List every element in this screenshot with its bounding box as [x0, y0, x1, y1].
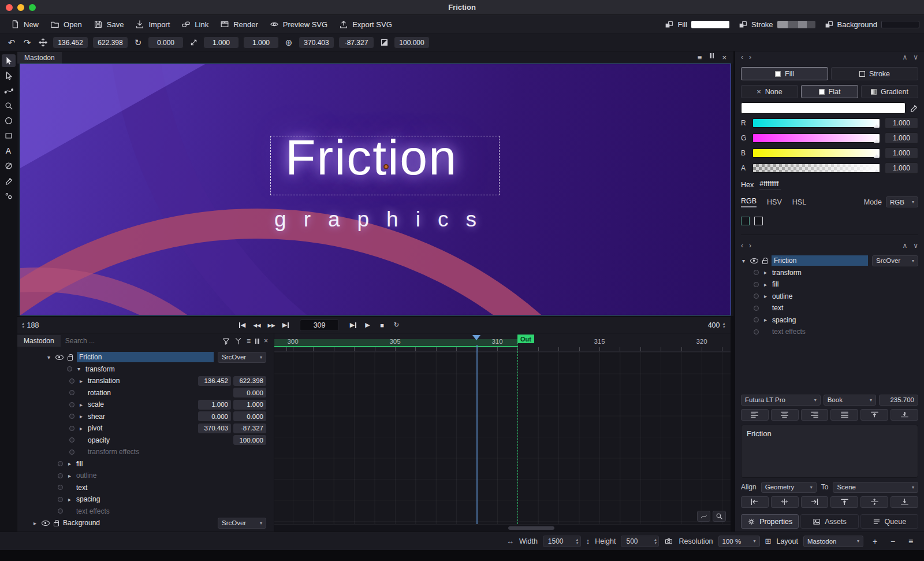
fill-color-swatch[interactable]: [691, 21, 729, 28]
expand-icon[interactable]: ▸: [763, 317, 768, 323]
object-row-text[interactable]: text: [741, 302, 918, 314]
value-field-y[interactable]: 1.000: [233, 400, 266, 410]
translation-x-field[interactable]: 136.452: [53, 36, 88, 49]
align-right-edge-button[interactable]: [801, 496, 829, 508]
keyframe-grid[interactable]: [274, 352, 731, 524]
value-field-x[interactable]: 136.452: [198, 376, 231, 386]
resolution-dropdown[interactable]: 100 %▾: [718, 536, 760, 547]
record-dot[interactable]: [754, 317, 759, 322]
object-row-text-effects[interactable]: text effects: [741, 326, 918, 338]
track-row-scale[interactable]: ▸ scale 1.0001.000: [17, 399, 274, 411]
loop-button[interactable]: ↻: [389, 319, 404, 331]
value-field-y[interactable]: 0.000: [233, 411, 266, 421]
fill-color-control[interactable]: Fill: [665, 20, 729, 29]
mode-tab-hsv[interactable]: HSV: [767, 198, 782, 206]
align-top-edge-button[interactable]: [830, 496, 858, 508]
collapse-icon[interactable]: ▾: [741, 258, 746, 264]
spinner-arrows-icon[interactable]: ▴▾: [722, 322, 725, 329]
blend-mode-dropdown[interactable]: SrcOver▾: [218, 352, 266, 363]
red-channel-value[interactable]: 1.000: [885, 117, 918, 129]
color-bookmark-1[interactable]: [741, 217, 750, 225]
rotation-field[interactable]: 0.000: [148, 36, 184, 49]
tree-forward-icon[interactable]: ›: [749, 242, 751, 250]
record-dot[interactable]: [69, 437, 74, 443]
stroke-color-control[interactable]: Stroke: [739, 20, 815, 29]
text-align-left-button[interactable]: [741, 409, 769, 421]
lock-icon[interactable]: [762, 260, 767, 264]
color-eyedropper-icon[interactable]: [909, 103, 918, 113]
expand-icon[interactable]: ▸: [79, 378, 84, 384]
track-row-transform-effects[interactable]: transform effects: [17, 446, 274, 458]
next-frame-button[interactable]: ▶▶: [264, 319, 278, 331]
object-row-spacing[interactable]: ▸ spacing: [741, 314, 918, 326]
graph-mode-button[interactable]: [697, 511, 710, 522]
track-row-rotation[interactable]: rotation 0.000: [17, 387, 274, 399]
text-valign-top-button[interactable]: [860, 409, 888, 421]
track-row-shear[interactable]: ▸ shear 0.0000.000: [17, 411, 274, 423]
expand-icon[interactable]: ▸: [763, 269, 768, 276]
export-svg-button[interactable]: Export SVG: [333, 17, 398, 32]
record-dot[interactable]: [754, 293, 759, 299]
value-field[interactable]: 0.000: [233, 388, 266, 397]
expand-icon[interactable]: ▸: [79, 413, 84, 419]
save-button[interactable]: Save: [88, 17, 130, 32]
record-dot[interactable]: [69, 414, 74, 419]
layout-menu-button[interactable]: ≡: [904, 536, 917, 547]
record-dot[interactable]: [754, 282, 759, 287]
layout-dropdown[interactable]: Mastodon▾: [803, 536, 863, 547]
track-row-transform[interactable]: ▾ transform: [17, 363, 274, 376]
collapse-icon[interactable]: ▾: [46, 354, 51, 361]
scene-tab-mastodon[interactable]: Mastodon: [17, 52, 62, 64]
font-style-dropdown[interactable]: Book▾: [824, 395, 876, 406]
pick-tool[interactable]: [2, 99, 16, 112]
tree-collapse-down-icon[interactable]: ∨: [913, 242, 918, 250]
green-channel-value[interactable]: 1.000: [885, 132, 918, 144]
stop-button[interactable]: ■: [375, 319, 389, 331]
point-select-tool[interactable]: [2, 69, 16, 82]
skip-to-start-button[interactable]: ◀: [235, 319, 249, 331]
filter-icon[interactable]: [222, 337, 230, 345]
timeline-pause-icon[interactable]: [255, 339, 259, 344]
record-dot[interactable]: [69, 390, 74, 395]
paint-type-gradient-button[interactable]: Gradient: [861, 85, 918, 98]
frame-min-spinner[interactable]: ▴▾ 188: [22, 321, 39, 329]
object-row-transform[interactable]: ▸ transform: [741, 267, 918, 279]
record-dot[interactable]: [58, 473, 63, 478]
expand-icon[interactable]: ▸: [67, 460, 72, 467]
playhead-marker[interactable]: [472, 335, 480, 340]
color-bookmark-2[interactable]: [754, 217, 763, 225]
spinner-arrows-icon[interactable]: ▴▾: [22, 322, 24, 329]
tab-queue[interactable]: Queue: [860, 514, 918, 529]
translation-y-field[interactable]: 622.398: [92, 36, 128, 49]
object-row-friction[interactable]: ▾ Friction SrcOver▾: [741, 255, 918, 267]
track-row-translation[interactable]: ▸ translation 136.452622.398: [17, 375, 274, 387]
expand-icon[interactable]: ▸: [32, 520, 38, 526]
scrollbar-thumb[interactable]: [508, 526, 554, 530]
canvas-close-icon[interactable]: ×: [722, 53, 726, 62]
playhead-line[interactable]: [476, 345, 478, 524]
timeline-menu-icon[interactable]: ≡: [247, 337, 251, 345]
previous-frame-button[interactable]: ◀◀: [249, 319, 264, 331]
rectangle-tool[interactable]: [2, 129, 16, 142]
record-dot[interactable]: [58, 508, 63, 514]
play-button[interactable]: ▶: [360, 319, 375, 331]
align-relative-dropdown[interactable]: Scene▾: [833, 482, 918, 493]
align-pivot-dropdown[interactable]: Geometry▾: [761, 482, 817, 493]
record-dot[interactable]: [58, 497, 63, 502]
circle-tool[interactable]: [2, 114, 16, 127]
value-field-x[interactable]: 1.000: [198, 400, 231, 410]
alpha-channel-slider[interactable]: [752, 164, 880, 173]
timeline-close-icon[interactable]: ×: [264, 337, 268, 345]
current-frame-field[interactable]: 309: [300, 319, 339, 331]
preview-svg-button[interactable]: Preview SVG: [264, 17, 333, 32]
add-layout-button[interactable]: +: [869, 536, 881, 547]
record-dot[interactable]: [754, 306, 759, 311]
new-button[interactable]: New: [5, 17, 44, 32]
merge-icon[interactable]: [234, 337, 242, 345]
record-dot[interactable]: [58, 461, 63, 466]
visibility-eye-icon[interactable]: [42, 521, 50, 526]
expand-icon[interactable]: ▸: [67, 473, 72, 479]
stroke-color-swatch[interactable]: [777, 21, 815, 28]
text-justify-button[interactable]: [830, 409, 858, 421]
align-h-center-button[interactable]: [771, 496, 799, 508]
